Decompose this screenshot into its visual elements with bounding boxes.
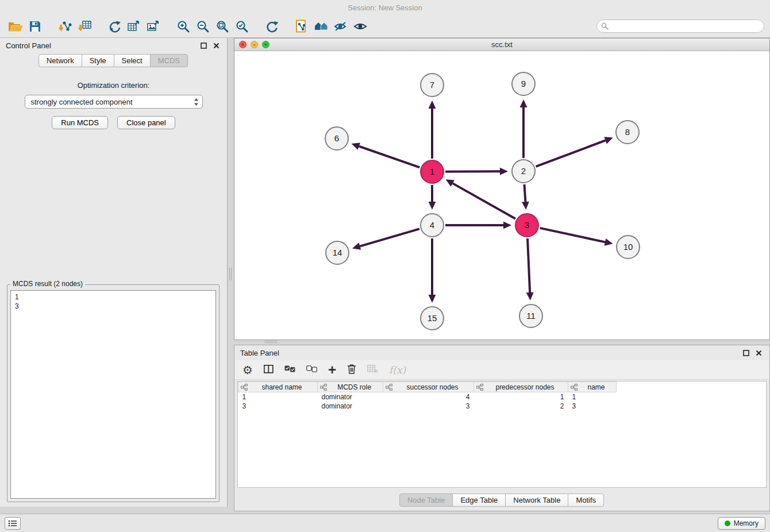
splitter-handle[interactable] <box>229 268 232 280</box>
column-header-successor-nodes[interactable]: successor nodes <box>383 382 474 392</box>
tab-mcds[interactable]: MCDS <box>150 54 188 67</box>
save-session-icon[interactable] <box>25 17 45 36</box>
node-table: shared nameMCDS rolesuccessor nodesprede… <box>237 381 767 488</box>
tab-motifs[interactable]: Motifs <box>568 494 604 507</box>
control-panel-tabs: NetworkStyleSelectMCDS <box>0 54 227 67</box>
network-node-9[interactable]: 9 <box>512 72 535 95</box>
unselect-all-columns-icon[interactable] <box>306 365 317 374</box>
tab-network-table[interactable]: Network Table <box>505 494 568 507</box>
eye-icon[interactable] <box>351 17 370 36</box>
network-edge-4-3[interactable] <box>445 222 511 229</box>
maximize-window-icon[interactable]: + <box>262 41 270 48</box>
import-network-icon[interactable] <box>55 17 75 36</box>
mcds-result-list[interactable]: 13 <box>10 290 216 499</box>
network-node-label: 14 <box>333 248 342 257</box>
network-window-titlebar[interactable]: × − + scc.txt <box>234 38 769 51</box>
table-cell[interactable]: dominator <box>318 392 383 402</box>
show-columns-icon[interactable] <box>264 365 274 375</box>
network-edge-1-2[interactable] <box>445 168 508 175</box>
zoom-selected-icon[interactable] <box>232 17 252 36</box>
column-header-shared-name[interactable]: shared name <box>238 382 318 392</box>
network-edge-3-10[interactable] <box>540 228 613 246</box>
control-panel-title: Control Panel <box>6 41 51 50</box>
network-file-icon[interactable] <box>292 17 311 36</box>
table-cell[interactable]: 1 <box>238 392 318 402</box>
column-header-name[interactable]: name <box>568 382 617 392</box>
export-image-icon[interactable] <box>144 17 163 36</box>
vertical-splitter[interactable] <box>228 38 234 514</box>
network-node-7[interactable]: 7 <box>421 74 444 97</box>
table-row[interactable]: 3dominator323 <box>238 402 617 411</box>
tab-network[interactable]: Network <box>38 54 82 67</box>
table-cell[interactable]: dominator <box>318 402 383 411</box>
export-table-icon[interactable] <box>124 17 144 36</box>
column-header-predecessor-nodes[interactable]: predecessor nodes <box>474 382 568 392</box>
create-column-icon[interactable]: + <box>328 364 336 376</box>
table-row[interactable]: 1dominator411 <box>238 392 617 402</box>
network-edge-3-11[interactable] <box>526 238 534 300</box>
network-node-4[interactable]: 4 <box>421 214 444 237</box>
optimization-select-value: strongly connected component <box>31 98 194 106</box>
main-area: Control Panel NetworkStyleSelectMCDS Opt… <box>0 38 770 514</box>
houses-icon[interactable] <box>311 17 331 36</box>
network-node-3[interactable]: 3 <box>515 214 538 237</box>
network-node-label: 15 <box>428 313 437 323</box>
memory-button[interactable]: Memory <box>718 517 765 530</box>
table-cell[interactable]: 4 <box>383 392 474 402</box>
tab-style[interactable]: Style <box>82 54 114 67</box>
float-table-panel-icon[interactable] <box>741 348 751 358</box>
refresh-layout-icon[interactable] <box>262 17 282 36</box>
network-edge-1-6[interactable] <box>351 142 419 167</box>
optimization-select[interactable]: strongly connected component <box>25 95 203 109</box>
network-node-2[interactable]: 2 <box>512 160 535 183</box>
task-history-icon[interactable] <box>5 517 21 530</box>
import-table-icon[interactable] <box>75 17 94 36</box>
network-node-label: 7 <box>430 80 434 90</box>
float-panel-icon[interactable] <box>198 40 209 51</box>
network-edge-2-9[interactable] <box>520 99 528 158</box>
table-cell[interactable]: 3 <box>238 402 318 411</box>
graphics-details-icon[interactable] <box>331 17 351 36</box>
network-edge-4-14[interactable] <box>352 229 419 249</box>
close-panel-button[interactable]: Close panel <box>117 116 175 129</box>
network-node-15[interactable]: 15 <box>421 307 444 330</box>
close-window-icon[interactable]: × <box>239 41 247 48</box>
table-cell[interactable]: 3 <box>568 402 617 411</box>
table-cell[interactable]: 1 <box>568 392 617 402</box>
tab-node-table[interactable]: Node Table <box>399 494 453 507</box>
column-header-mcds-role[interactable]: MCDS role <box>318 382 383 392</box>
network-node-6[interactable]: 6 <box>325 127 348 150</box>
table-cell[interactable]: 1 <box>474 392 568 402</box>
zoom-in-icon[interactable] <box>174 17 193 36</box>
table-cell[interactable]: 3 <box>383 402 474 411</box>
network-edge-4-15[interactable] <box>429 238 436 303</box>
network-edge-1-7[interactable] <box>429 101 436 159</box>
tab-edge-table[interactable]: Edge Table <box>452 494 506 507</box>
open-file-icon[interactable] <box>6 17 25 36</box>
network-canvas[interactable]: 7968124314101511 <box>234 51 769 340</box>
network-node-8[interactable]: 8 <box>616 121 639 144</box>
delete-column-icon[interactable] <box>347 364 356 376</box>
network-node-1[interactable]: 1 <box>421 160 444 183</box>
network-node-10[interactable]: 10 <box>617 236 640 259</box>
new-network-icon[interactable] <box>105 17 124 36</box>
network-edge-2-8[interactable] <box>536 137 613 167</box>
search-input[interactable] <box>596 20 764 33</box>
close-panel-icon[interactable] <box>211 40 221 51</box>
network-edge-3-1[interactable] <box>446 179 515 218</box>
select-all-columns-icon[interactable] <box>284 365 295 374</box>
close-table-panel-icon[interactable] <box>753 348 764 358</box>
run-mcds-button[interactable]: Run MCDS <box>52 116 108 129</box>
network-edge-1-4[interactable] <box>429 185 436 210</box>
minimize-window-icon[interactable]: − <box>251 41 258 48</box>
network-node-14[interactable]: 14 <box>326 241 349 264</box>
zoom-out-icon[interactable] <box>193 17 213 36</box>
mcds-result-group: MCDS result (2 nodes) 13 <box>7 284 220 502</box>
network-edge-2-3[interactable] <box>522 184 529 210</box>
tab-select[interactable]: Select <box>114 54 151 67</box>
table-settings-icon[interactable]: ⚙ <box>242 364 253 376</box>
network-node-11[interactable]: 11 <box>519 304 542 327</box>
window-titlebar: Session: New Session <box>0 0 770 15</box>
zoom-fit-icon[interactable] <box>213 17 232 36</box>
table-cell[interactable]: 2 <box>474 402 568 411</box>
